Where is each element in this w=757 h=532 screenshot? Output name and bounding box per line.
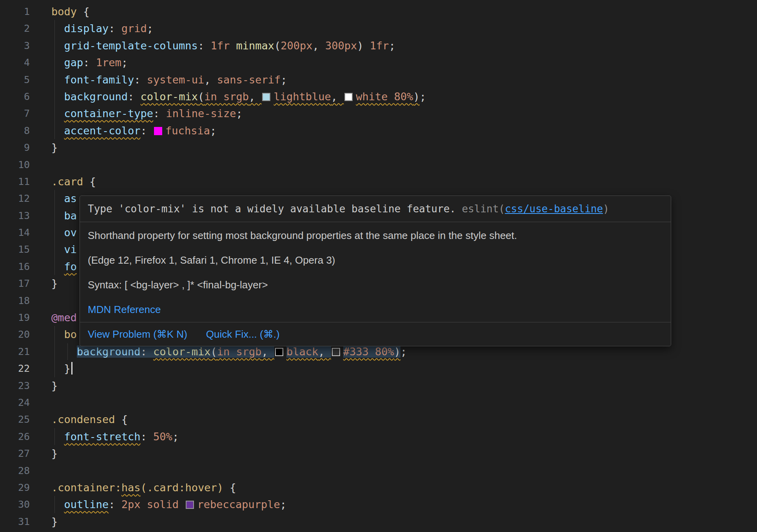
hover-tooltip: Type 'color-mix' is not a widely availab…	[80, 195, 671, 346]
code-token	[51, 22, 64, 34]
code-token	[51, 261, 64, 273]
code-token: ;	[236, 107, 242, 119]
code-token	[51, 243, 64, 255]
code-line[interactable]: 29.container:has(.card:hover) {	[0, 479, 757, 496]
code-token: ;	[147, 22, 153, 34]
line-number: 2	[0, 20, 30, 37]
code-token: )	[413, 90, 420, 103]
indent-guide	[54, 190, 55, 207]
code-line[interactable]: 4 gap: 1rem;	[0, 54, 757, 71]
docs-section: Shorthand property for setting most back…	[80, 222, 671, 322]
code-line[interactable]: 6 background: color-mix(in srgb, lightbl…	[0, 88, 757, 105]
code-token: }	[51, 141, 58, 154]
code-line[interactable]: 26 font-stretch: 50%;	[0, 428, 757, 445]
code-token: {	[83, 5, 89, 18]
code-line[interactable]: 2 display: grid;	[0, 20, 757, 37]
code-token: }	[51, 516, 58, 528]
code-token: ;	[280, 498, 286, 510]
code-token	[51, 125, 64, 137]
code-line[interactable]: 27}	[0, 445, 757, 462]
indent-guide	[54, 496, 55, 513]
code-line[interactable]: 23}	[0, 377, 757, 394]
doc-description: Shorthand property for setting most back…	[88, 229, 663, 242]
code-token: ba	[64, 210, 77, 222]
code-token: font-stretch	[64, 431, 141, 443]
line-number: 5	[0, 71, 30, 88]
code-line[interactable]: 10	[0, 156, 757, 173]
code-line[interactable]: 24	[0, 394, 757, 411]
line-number: 14	[0, 224, 30, 241]
code-token: :	[141, 431, 154, 443]
color-swatch[interactable]	[344, 93, 353, 101]
code-line[interactable]: 7 container-type: inline-size;	[0, 105, 757, 122]
code-token: has	[121, 481, 141, 494]
code-token: ;	[121, 56, 128, 69]
line-number: 4	[0, 54, 30, 71]
code-line[interactable]: 8 accent-color: fuchsia;	[0, 122, 757, 139]
code-line[interactable]: 9}	[0, 139, 757, 156]
code-token: 1rem	[96, 56, 121, 69]
line-content: display: grid;	[30, 20, 757, 37]
code-token: bo	[64, 328, 77, 340]
code-token: grid-template-columns	[64, 40, 198, 52]
line-content: font-stretch: 50%;	[30, 428, 757, 445]
line-number: 29	[0, 479, 30, 496]
line-content: body {	[30, 3, 757, 20]
color-swatch[interactable]	[154, 127, 162, 135]
baseline-rule-link[interactable]: css/use-baseline	[505, 203, 603, 215]
line-number: 28	[0, 462, 30, 479]
code-token: ,	[318, 346, 331, 358]
code-token	[51, 56, 64, 69]
line-number: 19	[0, 309, 30, 326]
code-token: fuchsia	[165, 125, 210, 137]
color-swatch[interactable]	[275, 348, 283, 356]
code-token: :	[109, 498, 121, 510]
code-line[interactable]: 31}	[0, 513, 757, 530]
line-number: 8	[0, 122, 30, 139]
line-number: 21	[0, 343, 30, 360]
code-token: minmax	[236, 40, 274, 52]
code-line[interactable]: 25.condensed {	[0, 411, 757, 428]
code-token: 1fr	[210, 40, 236, 52]
code-line[interactable]: 11.card {	[0, 173, 757, 190]
code-line[interactable]: 5 font-family: system-ui, sans-serif;	[0, 71, 757, 88]
code-token: :	[134, 74, 147, 86]
code-line[interactable]: 28	[0, 462, 757, 479]
color-swatch[interactable]	[186, 501, 194, 509]
color-swatch[interactable]	[262, 93, 270, 101]
code-token: )	[394, 346, 400, 358]
code-token: ;	[420, 90, 426, 103]
code-token: in srgb	[204, 90, 249, 103]
line-number: 12	[0, 190, 30, 207]
line-content: accent-color: fuchsia;	[30, 122, 757, 139]
indent-guide	[54, 241, 55, 258]
line-number: 30	[0, 496, 30, 513]
code-token: black	[286, 346, 318, 358]
line-content: }	[30, 513, 757, 530]
line-content: .container:has(.card:hover) {	[30, 479, 757, 496]
code-token: @med	[51, 311, 77, 324]
code-token: ;	[172, 431, 179, 443]
code-token: ;	[210, 125, 216, 137]
code-token	[51, 107, 64, 119]
color-swatch[interactable]	[332, 348, 340, 356]
indent-guide	[54, 360, 55, 377]
quick-fix-link[interactable]: Quick Fix... (⌘.)	[206, 328, 280, 340]
doc-syntax: Syntax: [ <bg-layer> , ]* <final-bg-laye…	[88, 279, 663, 291]
code-token: 50%	[153, 431, 172, 443]
line-number: 15	[0, 241, 30, 258]
indent-guide	[67, 343, 68, 360]
code-line[interactable]: 3 grid-template-columns: 1fr minmax(200p…	[0, 37, 757, 54]
code-line[interactable]: 1body {	[0, 3, 757, 20]
line-content: }	[30, 139, 757, 156]
view-problem-link[interactable]: View Problem (⌘K N)	[88, 328, 187, 340]
indent-guide	[54, 37, 55, 54]
code-line[interactable]: 30 outline: 2px solid rebeccapurple;	[0, 496, 757, 513]
line-number: 16	[0, 258, 30, 275]
code-token: color-mix	[153, 346, 210, 358]
code-token	[51, 226, 64, 239]
line-content: outline: 2px solid rebeccapurple;	[30, 496, 757, 513]
code-line[interactable]: 22 }	[0, 360, 757, 377]
mdn-reference-link[interactable]: MDN Reference	[88, 303, 161, 316]
line-content	[30, 394, 757, 411]
